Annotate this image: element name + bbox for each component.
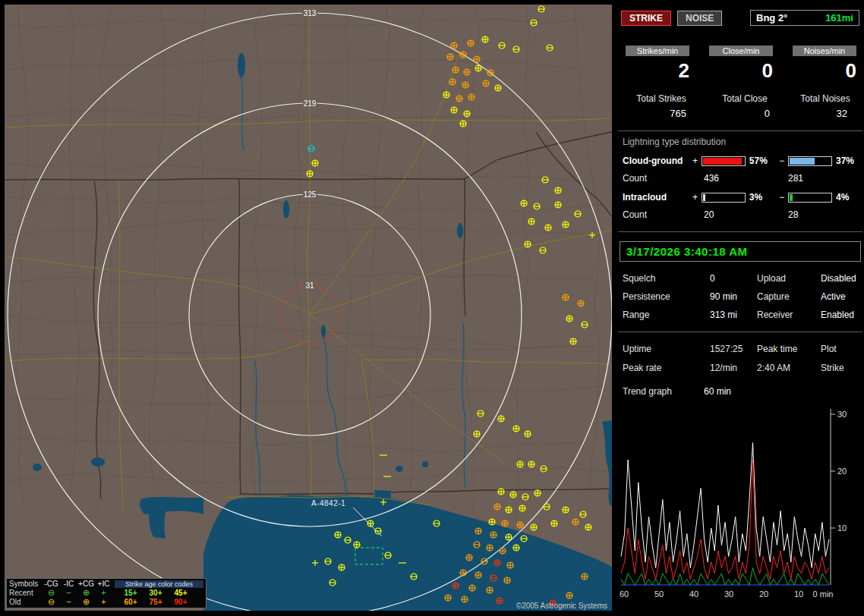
capture-label: Capture bbox=[757, 291, 821, 302]
cloud-ground-counts: Count 436 281 bbox=[623, 173, 864, 184]
age-code: 75+ bbox=[144, 598, 167, 606]
info-table: Uptime 1527:25 Peak time Plot Peak rate … bbox=[623, 344, 864, 373]
peak-rate-label: Peak rate bbox=[623, 363, 710, 373]
total-strikes-label: Total Strikes bbox=[620, 93, 703, 104]
strikes-per-min-value: 2 bbox=[620, 59, 689, 83]
trend-header: Trend graph 60 min bbox=[623, 386, 864, 397]
rate-values: 2 0 0 bbox=[620, 59, 861, 83]
cloud-ground-row: Cloud-ground + 57% − 37% bbox=[623, 156, 864, 166]
count-label: Count bbox=[623, 173, 692, 184]
strike-indicator-button[interactable]: STRIKE bbox=[621, 11, 671, 26]
legend-col-pos-cg: +CG bbox=[77, 580, 95, 588]
svg-text:20: 20 bbox=[837, 467, 847, 476]
svg-text:31: 31 bbox=[305, 281, 314, 290]
pos-ic-icon: + bbox=[95, 589, 112, 597]
plot-label: Plot bbox=[821, 344, 864, 354]
cg-positive-bar bbox=[702, 156, 746, 166]
map-legend: Symbols -CG -IC +CG +IC Strike age color… bbox=[6, 578, 207, 608]
age-code: 60+ bbox=[119, 598, 142, 606]
control-panel: STRIKE NOISE Bng 2° 161mi Strikes/min Cl… bbox=[616, 0, 864, 616]
ic-positive-count: 20 bbox=[704, 209, 788, 220]
legend-row-old: Old ⊖ − ⊕ + 60+ 75+ 90+ bbox=[9, 598, 203, 606]
age-code: 15+ bbox=[119, 589, 142, 597]
squelch-label: Squelch bbox=[623, 273, 710, 284]
svg-text:219: 219 bbox=[304, 99, 317, 108]
ic-positive-pct: 3% bbox=[749, 192, 777, 203]
pos-ic-icon: + bbox=[95, 598, 112, 606]
svg-text:30: 30 bbox=[724, 589, 733, 599]
strikes-per-min-label: Strikes/min bbox=[626, 46, 689, 56]
ic-negative-bar bbox=[788, 193, 832, 203]
total-close-value: 0 bbox=[703, 108, 787, 119]
bearing-range-value: 161mi bbox=[825, 12, 853, 24]
noises-per-min-label: Noises/min bbox=[793, 46, 856, 56]
svg-text:30: 30 bbox=[837, 410, 847, 419]
ic-positive-bar bbox=[702, 193, 746, 203]
legend-col-neg-ic: -IC bbox=[60, 580, 77, 588]
trend-graph: 1020306050403020100 min bbox=[620, 403, 861, 602]
svg-text:313: 313 bbox=[304, 9, 317, 17]
legend-recent-label: Recent bbox=[9, 589, 43, 597]
lightning-map[interactable]: 31321912531 A-4842-1 Symbols -CG -IC +CG… bbox=[5, 5, 612, 611]
legend-row-recent: Recent ⊖ − ⊕ + 15+ 30+ 45+ bbox=[9, 589, 203, 597]
status-table: Squelch 0 Upload Disabled Persistence 90… bbox=[623, 273, 864, 320]
svg-text:50: 50 bbox=[654, 589, 664, 599]
divider bbox=[618, 130, 862, 131]
age-code: 30+ bbox=[144, 589, 167, 597]
count-label: Count bbox=[623, 209, 692, 220]
age-code: 90+ bbox=[169, 598, 192, 606]
cloud-ground-label: Cloud-ground bbox=[623, 156, 691, 166]
uptime-label: Uptime bbox=[623, 344, 710, 354]
upload-status: Disabled bbox=[821, 273, 864, 284]
divider bbox=[618, 332, 862, 332]
map-canvas: 31321912531 bbox=[5, 5, 612, 611]
total-noises-label: Total Noises bbox=[787, 93, 864, 104]
upload-label: Upload bbox=[757, 273, 821, 284]
receiver-status: Enabled bbox=[821, 310, 864, 320]
intracloud-counts: Count 20 28 bbox=[623, 209, 864, 220]
legend-col-neg-cg: -CG bbox=[43, 580, 60, 588]
svg-text:40: 40 bbox=[689, 589, 698, 599]
plus-sign: + bbox=[691, 192, 700, 203]
plus-sign: + bbox=[691, 156, 700, 166]
range-label: Range bbox=[623, 310, 710, 320]
cg-negative-count: 281 bbox=[788, 173, 803, 184]
legend-old-label: Old bbox=[9, 598, 43, 606]
pos-cg-icon: ⊕ bbox=[77, 598, 95, 606]
noise-indicator-button[interactable]: NOISE bbox=[677, 11, 722, 26]
datetime-display: 3/17/2026 3:40:18 AM bbox=[620, 241, 861, 262]
svg-text:10: 10 bbox=[794, 589, 803, 599]
divider bbox=[618, 231, 862, 232]
station-label: A-4842-1 bbox=[311, 499, 345, 508]
svg-text:10: 10 bbox=[837, 523, 847, 533]
cg-positive-pct: 57% bbox=[749, 156, 777, 166]
neg-cg-icon: ⊖ bbox=[43, 598, 60, 606]
persistence-value: 90 min bbox=[710, 291, 757, 302]
peak-time-value: 2:40 AM bbox=[757, 363, 821, 373]
squelch-value: 0 bbox=[710, 273, 757, 284]
total-noises-value: 32 bbox=[787, 108, 864, 119]
total-close-label: Total Close bbox=[703, 93, 787, 104]
rate-labels: Strikes/min Close/min Noises/min bbox=[620, 46, 861, 56]
peak-time-label: Peak time bbox=[757, 344, 821, 354]
neg-ic-icon: − bbox=[60, 589, 77, 597]
capture-status: Active bbox=[821, 291, 864, 302]
copyright-text: ©2005 Astrogenic Systems bbox=[516, 602, 607, 610]
legend-col-pos-ic: +IC bbox=[95, 580, 112, 588]
distribution-title: Lightning type distribution bbox=[623, 137, 864, 147]
receiver-label: Receiver bbox=[757, 310, 821, 320]
age-code: 45+ bbox=[169, 589, 192, 597]
neg-cg-icon: ⊖ bbox=[43, 589, 60, 597]
cg-positive-count: 436 bbox=[704, 173, 788, 184]
neg-ic-icon: − bbox=[60, 598, 77, 606]
svg-text:125: 125 bbox=[304, 190, 317, 199]
intracloud-label: Intracloud bbox=[623, 192, 691, 203]
svg-text:20: 20 bbox=[759, 589, 768, 599]
cg-negative-pct: 37% bbox=[836, 156, 864, 166]
svg-text:0 min: 0 min bbox=[813, 589, 834, 599]
minus-sign: − bbox=[777, 156, 787, 166]
minus-sign: − bbox=[777, 192, 787, 203]
svg-text:60: 60 bbox=[620, 589, 629, 599]
totals: Total Strikes Total Close Total Noises 7… bbox=[620, 93, 861, 119]
plot-mode-value: Strike bbox=[821, 363, 864, 373]
